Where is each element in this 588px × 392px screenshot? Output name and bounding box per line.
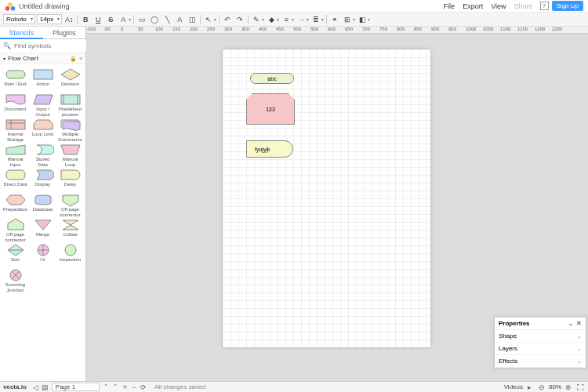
video-icon[interactable]: ▸ <box>525 383 535 392</box>
stencil-stored-data[interactable]: Stored Data <box>31 143 56 166</box>
line-end-button[interactable]: → <box>296 14 307 25</box>
stencil-[interactable] <box>58 268 83 292</box>
shape-action[interactable]: 123 <box>246 93 295 125</box>
svg-marker-18 <box>63 195 78 206</box>
shape-delay[interactable]: fyujyjk <box>246 140 293 158</box>
stencil-off-page-connector[interactable]: Off page connector <box>3 218 28 241</box>
brand-label[interactable]: vecta.io <box>3 383 27 390</box>
image-tool[interactable]: ◫ <box>187 14 198 25</box>
stencil-off-page-connector[interactable]: Off page connector <box>58 193 83 216</box>
stencil-direct-data[interactable]: Direct Data <box>3 168 28 191</box>
tab-stencils[interactable]: Stencils <box>0 27 43 39</box>
category-label: Flow Chart <box>8 55 38 62</box>
stencil-decision[interactable]: Decision <box>58 67 83 91</box>
stencil-merge[interactable]: Merge <box>31 218 56 241</box>
stencil-manual-loop[interactable]: Manual Loop <box>58 143 83 166</box>
bold-button[interactable]: B <box>80 14 91 25</box>
pen-tool[interactable]: ✎ <box>251 14 262 25</box>
page-down-button[interactable]: ˅ <box>111 383 120 392</box>
svg-marker-13 <box>34 120 53 129</box>
stencil-summing-junction[interactable]: Summing Junction <box>3 268 28 292</box>
svg-marker-14 <box>6 145 25 154</box>
stencil-input-output[interactable]: Input / Output <box>31 93 56 116</box>
prop-effects[interactable]: Effects⌄ <box>495 355 586 368</box>
undo-button[interactable]: ↶ <box>222 14 233 25</box>
prop-layers[interactable]: Layers⌄ <box>495 343 586 355</box>
text-tool[interactable]: A <box>174 14 185 25</box>
stencil-preparation[interactable]: Preparation <box>3 193 28 216</box>
pointer-tool[interactable]: ↖ <box>203 14 214 25</box>
zoom-level[interactable]: 80% <box>549 383 561 390</box>
category-flowchart[interactable]: ▾ Flow Chart 🔒 ≡ <box>0 53 85 64</box>
case-button[interactable]: A↕ <box>64 14 74 25</box>
stencil-or[interactable]: Or <box>31 243 56 267</box>
svg-rect-4 <box>34 70 53 79</box>
line-tool[interactable]: ╲ <box>162 14 172 25</box>
svg-marker-20 <box>35 220 51 230</box>
text-color-button[interactable]: A <box>118 14 129 25</box>
panel-close-icon[interactable]: ✕ <box>576 320 582 327</box>
page[interactable]: abc 123 fyujyjk <box>223 49 430 347</box>
redo-button[interactable]: ↷ <box>234 14 245 25</box>
lock-icon[interactable]: 🔒 <box>70 56 77 62</box>
category-menu-icon[interactable]: ≡ <box>79 56 82 61</box>
refresh-button[interactable]: ⟳ <box>139 383 148 392</box>
save-status: All changes saved <box>154 383 205 390</box>
menu-view[interactable]: View <box>491 2 506 10</box>
underline-button[interactable]: U <box>93 14 103 25</box>
link-button[interactable]: ⚭ <box>329 14 340 25</box>
stencil-internal-storage[interactable]: Internal Storage <box>3 118 28 141</box>
group-button[interactable]: ⊞ <box>342 14 353 25</box>
remove-page-button[interactable]: − <box>129 383 139 392</box>
stencil-collate[interactable]: Collate <box>58 218 83 241</box>
menu-export[interactable]: Export <box>463 2 483 10</box>
search-input[interactable] <box>13 41 98 51</box>
ellipse-tool[interactable]: ◯ <box>149 14 160 25</box>
stroke-button[interactable]: ≡ <box>281 14 292 25</box>
videos-button[interactable]: Videos <box>504 383 523 390</box>
font-select[interactable]: Roboto <box>3 14 35 24</box>
stencil-delay[interactable]: Delay <box>58 168 83 191</box>
page-select[interactable]: Page 1 <box>52 383 100 391</box>
help-icon[interactable]: ? <box>540 2 549 10</box>
shape-terminator[interactable]: abc <box>250 73 294 84</box>
strike-button[interactable]: S <box>105 14 116 25</box>
stencil-multiple-documents[interactable]: Multiple Documents <box>58 118 83 141</box>
menu-file[interactable]: File <box>444 2 456 10</box>
signup-button[interactable]: Sign Up <box>552 1 583 11</box>
drawing-title[interactable]: Untitled drawing <box>19 2 440 10</box>
arrange-button[interactable]: ◧ <box>357 14 368 25</box>
tab-plugins[interactable]: Plugins <box>43 27 86 39</box>
prev-page-button[interactable]: ◁ <box>31 383 41 392</box>
stencil-start-end[interactable]: Start / End <box>3 67 28 91</box>
stencil-inspection[interactable]: Inspection <box>58 243 83 267</box>
svg-rect-7 <box>61 95 80 104</box>
page-up-button[interactable]: ˄ <box>101 383 111 392</box>
stencil-[interactable] <box>31 268 56 292</box>
app-logo <box>5 1 16 12</box>
svg-marker-6 <box>34 95 53 104</box>
zoom-out-button[interactable]: ⊖ <box>537 383 546 392</box>
stencil-action[interactable]: Action <box>31 67 56 91</box>
svg-point-27 <box>65 245 76 256</box>
panel-collapse-icon[interactable]: ⌄ <box>568 321 573 327</box>
rect-tool[interactable]: ▭ <box>136 14 147 25</box>
stencil-predefined-process[interactable]: Predefined process <box>58 93 83 116</box>
prop-shape[interactable]: Shape⌄ <box>495 330 586 343</box>
stencil-loop-limit[interactable]: Loop Limit <box>31 118 56 141</box>
stencil-document[interactable]: Document <box>3 93 28 116</box>
align-button[interactable]: ≣ <box>310 14 321 25</box>
fill-button[interactable]: ◆ <box>266 14 277 25</box>
svg-marker-19 <box>8 219 24 230</box>
pages-button[interactable]: ▤ <box>41 383 50 392</box>
stencil-display[interactable]: Display <box>31 168 56 191</box>
stencil-database[interactable]: Database <box>31 193 56 216</box>
svg-rect-10 <box>6 120 25 129</box>
fullscreen-button[interactable]: ⛶ <box>575 383 585 392</box>
zoom-in-button[interactable]: ⊕ <box>564 383 573 392</box>
stencil-manual-input[interactable]: Manual Input <box>3 143 28 166</box>
canvas[interactable]: abc 123 fyujyjk Properties ⌄ ✕ Shape⌄ La… <box>86 34 588 381</box>
add-page-button[interactable]: ＋ <box>120 383 129 392</box>
fontsize-select[interactable]: 14px <box>37 14 62 24</box>
stencil-sort[interactable]: Sort <box>3 243 28 267</box>
